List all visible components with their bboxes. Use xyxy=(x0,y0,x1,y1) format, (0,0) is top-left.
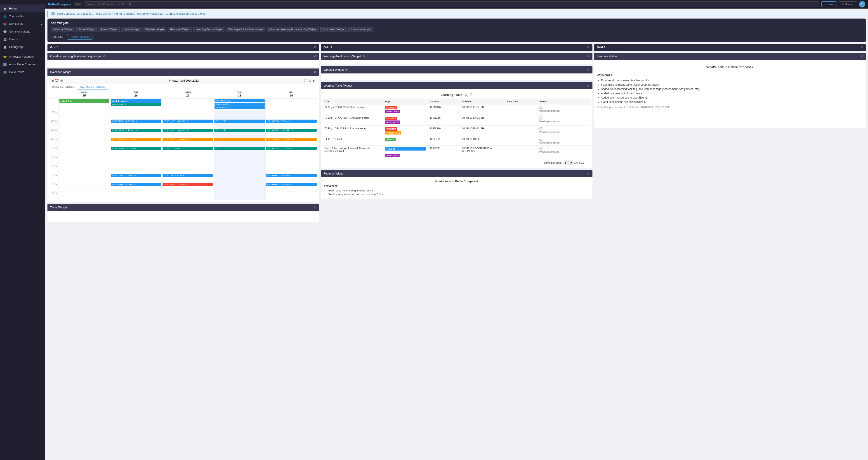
widget-tag[interactable]: Overdue Learning Tasks Warning Widget xyxy=(267,27,319,32)
sidebar-item-communications[interactable]: 💬 Communications xyxy=(0,28,45,35)
sidebar-item-label: Curriculum xyxy=(9,22,23,26)
table-row[interactable]: Year 10 Accounting - Personal Finance & … xyxy=(322,146,590,159)
cal-event[interactable]: 2:25... xyxy=(214,147,265,150)
cal-next-button[interactable]: ▶ xyxy=(313,79,315,83)
cal-day-header: THU28 xyxy=(214,90,266,98)
weather-close-button[interactable]: ✕ xyxy=(587,68,590,72)
calendar-nav: ◀ 📅 ⚙ Friday, April 29th 2022 ⛶ ↻ ▶ xyxy=(49,78,317,84)
cal-event[interactable]: YR 10 MATH... 9:40 AM - 10... xyxy=(162,129,213,132)
restore-defaults-button[interactable]: Restore Defaults xyxy=(67,34,92,39)
sidebar-item-events[interactable]: 📅 Events xyxy=(0,35,45,43)
cal-event-athletics[interactable]: 9:45 Athletics C... xyxy=(215,99,265,102)
cal-event[interactable]: YR 10 COMP... 11:55 AM - 1... xyxy=(111,147,161,150)
status-circle xyxy=(539,137,542,141)
cal-event[interactable]: YR 11 COMP... 11:05 AM - 1... xyxy=(111,137,161,141)
features-close-button[interactable]: ✕ xyxy=(860,55,863,58)
cal-tab-weekly[interactable]: WEEKLY SCHEDULE xyxy=(77,84,108,90)
feature-item: Added event resources to User Events. xyxy=(601,96,863,99)
cal-event[interactable]: YR 10 MATH... 11:05 AM - 1... xyxy=(162,137,213,141)
rows-per-page-select[interactable]: 5 10 25 xyxy=(563,160,573,165)
eye-icon[interactable]: 👁 xyxy=(103,55,105,58)
cal-event[interactable]: YR 10 COMP... 9:40 AM - 10... xyxy=(266,129,317,132)
widget-tag[interactable]: Events Widget xyxy=(98,27,120,32)
avatar[interactable]: T xyxy=(859,1,865,7)
lt-next-button[interactable]: › xyxy=(588,161,589,164)
learning-tasks-close-button[interactable]: ✕ xyxy=(587,84,590,88)
cal-prev-button[interactable]: ◀ xyxy=(51,79,54,83)
grid-1-close-button[interactable]: ✕ xyxy=(313,45,316,49)
cal-day-col-3: YR 1... 8:50...YR 1... 9:40...11:05...2:… xyxy=(214,110,266,200)
save-button[interactable]: ✓ Save xyxy=(822,1,837,7)
cal-event-swimming[interactable]: Swimming (Blue... xyxy=(215,103,265,106)
cal-event[interactable]: YR 10 HAPE... 2:25 PM - 3:... xyxy=(162,183,213,186)
cal-event[interactable]: YR 11 COMP... 11:05 AM - 1... xyxy=(266,137,317,141)
widget-tag[interactable]: Chronicle Widget xyxy=(348,27,373,32)
feature-item: Fixed missing rubric tab on User Learnin… xyxy=(601,83,863,86)
cal-event-week[interactable]: Week 1 - Week A xyxy=(111,99,161,103)
cal-event[interactable]: YR 10 HAPE... 2:25 PM - 3:... xyxy=(266,183,317,186)
weather-title: Weather Widget xyxy=(323,68,344,71)
info-circle-icon[interactable]: ⓘ xyxy=(470,93,472,97)
cal-tab-daily[interactable]: DAILY SCHEDULE xyxy=(49,84,77,90)
cal-event-anzac[interactable]: ANZAC DAY xyxy=(59,99,110,103)
eye-icon[interactable]: 👁 xyxy=(363,55,365,58)
cal-refresh-button[interactable]: ↻ xyxy=(309,79,311,83)
lt-prev-button[interactable]: ‹ xyxy=(585,161,586,164)
widget-tag[interactable]: Bookmarks Widget xyxy=(320,27,347,32)
discard-button[interactable]: ✕ Discard xyxy=(839,1,857,7)
widget-tag[interactable]: Learning Tasks Widget xyxy=(193,27,224,32)
table-row[interactable]: T2 Eng - CFA#2 R&J - Character profilesI… xyxy=(322,115,590,126)
cal-event[interactable]: YR 1... 9:40... xyxy=(214,129,265,132)
widget-tag[interactable]: Calendar Widget xyxy=(51,27,75,32)
cal-expand-button[interactable]: ⛶ xyxy=(304,79,307,83)
cal-calendar-icon-button[interactable]: 📅 xyxy=(55,79,59,83)
cal-event-term[interactable]: Start of Term 2 xyxy=(111,103,161,106)
widget-tag[interactable]: Warnings/Notifications Widget xyxy=(226,27,266,32)
cal-event[interactable]: 11:05... xyxy=(214,137,265,141)
sidebar-item-changelog[interactable]: 📋 Changelog xyxy=(0,43,45,51)
cal-event[interactable]: YR 10 HAPE... 1:35 PM - 2:... xyxy=(111,174,161,177)
table-row[interactable]: T2 Eng - CFA#3 R&J - Practice essayImpor… xyxy=(322,126,590,136)
tasks-close-button[interactable]: ✕ xyxy=(313,206,316,209)
cal-event[interactable]: YR 1... 8:50... xyxy=(214,120,265,123)
sidebar-item-home[interactable]: 🏠 Home xyxy=(0,5,45,12)
feature-item: Fixed missing rubric tab on User Learnin… xyxy=(328,193,589,195)
grid-3-close-button[interactable]: ✕ xyxy=(860,45,863,49)
eye-icon[interactable]: 👁 xyxy=(345,68,348,71)
cal-time-slot: 3 PM xyxy=(49,164,58,173)
widget-tag[interactable]: Tasks Widget xyxy=(76,27,97,32)
grid-2-close-button[interactable]: ✕ xyxy=(587,45,590,49)
cal-event[interactable]: YR 10 MATH... 8:50 AM - 9:... xyxy=(266,120,317,123)
cal-event[interactable]: YR 10 ENGLI... 8:50 AM - 9:... xyxy=(111,120,161,123)
sidebar-item-your-profile[interactable]: 👤 Your Profile xyxy=(0,12,45,20)
cal-event[interactable]: YR 10 MATH... 2:25 PM - 3:... xyxy=(111,183,161,186)
sidebar-item-curriculum[interactable]: 📚 Curriculum ▾ xyxy=(0,20,45,28)
cal-event[interactable]: YR 10 COMP... 9:40 AM - 10... xyxy=(111,129,161,132)
cal-settings-button[interactable]: ⚙ xyxy=(60,79,63,83)
overdue-warning-close-button[interactable]: ✕ xyxy=(313,55,316,58)
sidebar-item-about[interactable]: ℹ️ About BetterCompass xyxy=(0,61,45,68)
calendar-close-button[interactable]: ✕ xyxy=(313,70,316,74)
table-row[interactable]: CF1: Lives LostGeneral10PEC1110 YR 10 HA… xyxy=(322,136,590,146)
tasks-body xyxy=(48,211,319,222)
cal-event[interactable]: YR 10 CO... 1:35 PM - 2:... xyxy=(162,174,213,177)
features-version: BetterCompass version 1.0.79, built on 1… xyxy=(597,106,863,109)
table-row[interactable]: T2 Eng - CFA#1 R&J - Quiz questionsImpor… xyxy=(322,104,590,115)
features-widget-2-close-button[interactable]: ✕ xyxy=(587,172,590,176)
widget-tag[interactable]: News Widget xyxy=(121,27,142,32)
sidebar-item-provide-feedback[interactable]: ⭐ 0 Provide Feedback xyxy=(0,53,45,61)
widget-tag[interactable]: Features Widget xyxy=(168,27,192,32)
cal-event[interactable]: YR 11... 11:55 AM... xyxy=(162,147,213,150)
cal-event[interactable]: YR 10 ACCO... 11:55 AM - 1... xyxy=(266,147,317,150)
warnings-close-button[interactable]: ✕ xyxy=(587,55,590,58)
warnings-widget: Warnings/Notifications Widget 👁 ✕ xyxy=(321,53,592,64)
widget-title-row: Weather Widget 👁 xyxy=(323,68,348,71)
add-grid-button[interactable]: Add Grid xyxy=(51,34,65,39)
widget-tag[interactable]: Weather Widget xyxy=(143,27,166,32)
cal-event[interactable]: YR 10 HAPE... 8:50 AM - 9:... xyxy=(162,120,213,123)
sidebar-item-go-to-route[interactable]: 🗺️ Go to Route xyxy=(0,68,45,76)
cal-event[interactable]: YR 10 HAPE... 1:35 PM - 2:... xyxy=(266,174,317,177)
curriculum-icon: 📚 xyxy=(3,22,7,26)
search-input[interactable] xyxy=(84,1,819,7)
cal-event-birdrds[interactable]: 10:30: Bird Ars... xyxy=(215,106,265,109)
